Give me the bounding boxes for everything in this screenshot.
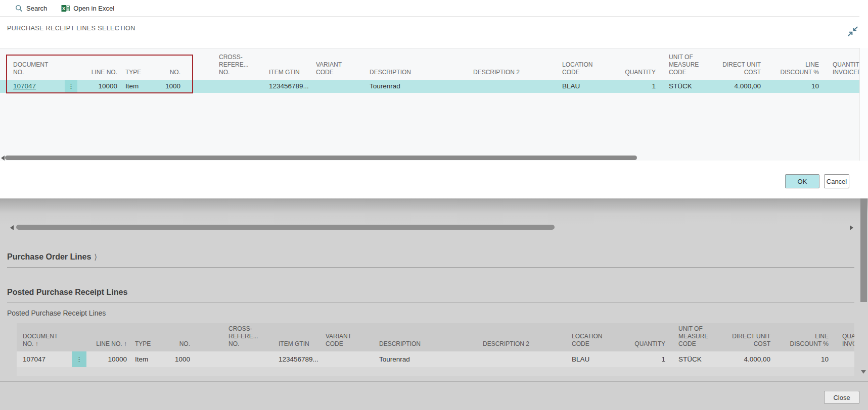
- page-horizontal-scrollbar: [0, 224, 859, 231]
- cell-qty-invoice: [831, 351, 854, 367]
- grid-row: 107047 ⋮ 10000 Item 1000 123456789... To…: [17, 351, 854, 367]
- column-header-description[interactable]: DESCRIPTION: [356, 69, 460, 80]
- purchase-receipt-lines-grid: DOCUMENT NO. LINE NO. TYPE NO. CROSS- RE…: [0, 48, 868, 161]
- cell-line-no: 10000: [88, 351, 127, 367]
- scroll-left-arrow[interactable]: [1, 156, 5, 161]
- column-header-cross-reference-no[interactable]: CROSS- REFERE... NO.: [182, 54, 255, 80]
- cell-line-discount-pct: 10: [764, 80, 821, 93]
- dialog-horizontal-scrollbar: [0, 155, 868, 161]
- cell-variant-code: [323, 351, 366, 367]
- screen: Search X Open in Excel PURCHASE RECEIPT …: [0, 0, 868, 410]
- column-header-description-2[interactable]: DESCRIPTION 2: [460, 69, 556, 80]
- cell-description: Tourenrad: [356, 80, 460, 93]
- collapse-icon: [846, 31, 859, 39]
- search-icon: [15, 5, 23, 12]
- column-header-type: TYPE: [127, 340, 166, 351]
- page-footer: Close: [0, 381, 868, 410]
- empty-grid-band: [17, 367, 854, 376]
- command-bar: Search X Open in Excel: [0, 0, 868, 16]
- column-header-type[interactable]: TYPE: [117, 69, 157, 80]
- cell-cross-reference-no: [182, 80, 255, 93]
- row-menu-button: ⋮: [72, 351, 86, 367]
- collapse-dialog-button[interactable]: [846, 25, 859, 38]
- chevron-right-icon: ⟩: [94, 252, 97, 261]
- open-in-excel-button[interactable]: X Open in Excel: [61, 5, 114, 12]
- column-header-document-no: DOCUMENT NO. ↑: [17, 333, 68, 351]
- dialog-vertical-scrollbar-track[interactable]: [859, 48, 868, 161]
- column-header-quantity: QUANTITY: [611, 340, 669, 351]
- cell-type: Item: [127, 351, 166, 367]
- page-scroll-right-arrow: [850, 225, 853, 230]
- search-button[interactable]: Search: [15, 5, 47, 12]
- selected-grid-row[interactable]: 107047 ⋮ 10000 Item 1000 123456789... To…: [0, 80, 866, 93]
- command-bar-divider: [0, 16, 859, 17]
- cell-description: Tourenrad: [366, 351, 470, 367]
- cell-line-no: 10000: [78, 80, 117, 93]
- column-header-unit-of-measure-code[interactable]: UNIT OF MEASURE CODE: [660, 54, 708, 80]
- cell-location-code: BLAU: [566, 351, 611, 367]
- column-header-direct-unit-cost[interactable]: DIRECT UNIT COST: [708, 61, 764, 80]
- document-no-link[interactable]: 107047: [13, 82, 36, 90]
- excel-icon: X: [61, 5, 70, 12]
- cell-direct-unit-cost: 4.000,00: [708, 80, 764, 93]
- cell-quantity: 1: [602, 80, 660, 93]
- column-header-row-menu: [58, 76, 78, 80]
- column-header-location-code[interactable]: LOCATION CODE: [556, 61, 602, 80]
- page-vertical-scrollbar-thumb: [860, 198, 867, 302]
- column-header-quantity[interactable]: QUANTITY: [602, 69, 660, 80]
- column-header-line-no[interactable]: LINE NO.: [78, 69, 117, 80]
- section-title: Purchase Order Lines: [7, 252, 91, 261]
- cell-cross-reference-no: [192, 351, 265, 367]
- cell-description-2: [470, 351, 566, 367]
- dialog-footer: OK Cancel: [0, 161, 868, 198]
- ok-button[interactable]: OK: [785, 174, 819, 188]
- column-header-item-gtin[interactable]: ITEM GTIN: [255, 69, 313, 80]
- cell-type: Item: [117, 80, 157, 93]
- search-label: Search: [26, 5, 47, 12]
- column-header-description-2: DESCRIPTION 2: [470, 340, 566, 351]
- posted-receipt-lines-grid: DOCUMENT NO. ↑ LINE NO. ↑ TYPE NO. CROSS…: [17, 323, 854, 376]
- svg-text:X: X: [62, 6, 65, 11]
- column-header-qty-invoice: QUANTITY INVOICED: [831, 333, 854, 351]
- column-header-line-discount-pct[interactable]: LINE DISCOUNT %: [764, 61, 821, 80]
- cell-location-code: BLAU: [556, 80, 602, 93]
- cell-variant-code: [313, 80, 356, 93]
- column-header-description: DESCRIPTION: [366, 340, 470, 351]
- cell-item-gtin: 123456789...: [255, 80, 313, 93]
- column-header-row-menu: [68, 348, 88, 351]
- subtable-caption: Posted Purchase Receipt Lines: [7, 309, 106, 317]
- column-header-no[interactable]: NO.: [157, 69, 182, 80]
- cell-unit-of-measure-code: STÜCK: [669, 351, 717, 367]
- column-header-direct-unit-cost: DIRECT UNIT COST: [717, 333, 774, 351]
- cell-item-gtin: 123456789...: [265, 351, 323, 367]
- section-header-posted-purchase-receipt-lines: Posted Purchase Receipt Lines: [7, 288, 127, 297]
- cell-no: 1000: [157, 80, 182, 93]
- horizontal-scrollbar-thumb[interactable]: [5, 156, 637, 160]
- column-header-unit-of-measure-code: UNIT OF MEASURE CODE: [669, 325, 717, 351]
- section-divider: [7, 302, 854, 302]
- column-header-line-discount-pct: LINE DISCOUNT %: [774, 333, 831, 351]
- cancel-button[interactable]: Cancel: [824, 174, 849, 188]
- cell-description-2: [460, 80, 556, 93]
- cell-direct-unit-cost: 4.000,00: [717, 351, 774, 367]
- grid-header-row: DOCUMENT NO. LINE NO. TYPE NO. CROSS- RE…: [0, 48, 868, 80]
- dimmed-background-page: Purchase Order Lines⟩ Posted Purchase Re…: [0, 198, 868, 410]
- cell-quantity: 1: [611, 351, 669, 367]
- open-in-excel-label: Open in Excel: [73, 5, 114, 12]
- column-header-item-gtin: ITEM GTIN: [265, 340, 323, 351]
- column-header-line-no: LINE NO. ↑: [88, 340, 127, 351]
- section-title: Posted Purchase Receipt Lines: [7, 288, 127, 296]
- grid-header-row: DOCUMENT NO. ↑ LINE NO. ↑ TYPE NO. CROSS…: [17, 323, 854, 351]
- vertical-ellipsis-icon: ⋮: [68, 80, 74, 93]
- column-header-document-no[interactable]: DOCUMENT NO.: [7, 61, 58, 80]
- column-header-no: NO.: [166, 340, 192, 351]
- row-menu-button[interactable]: ⋮: [65, 80, 77, 93]
- section-divider: [7, 267, 854, 268]
- column-header-variant-code[interactable]: VARIANT CODE: [313, 61, 356, 80]
- page-scroll-left-arrow: [10, 225, 14, 230]
- page-horizontal-scrollbar-thumb: [16, 225, 555, 230]
- close-button: Close: [824, 391, 859, 404]
- cell-document-no: 107047: [17, 351, 68, 367]
- vertical-ellipsis-icon: ⋮: [76, 351, 82, 367]
- column-header-cross-reference-no: CROSS- REFERE... NO.: [192, 325, 265, 351]
